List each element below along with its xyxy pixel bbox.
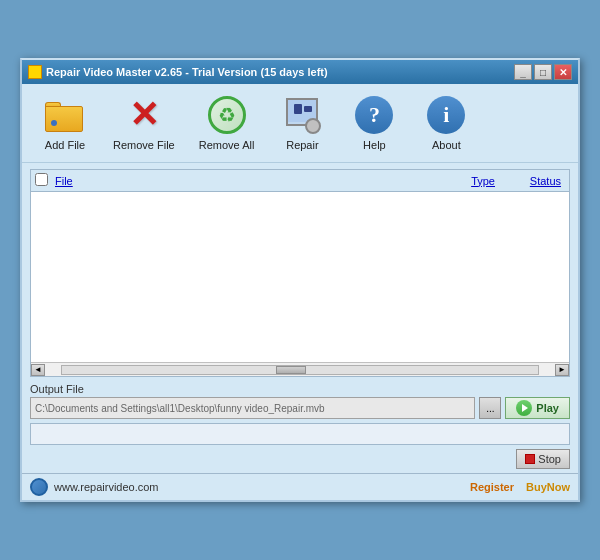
about-icon: i	[426, 95, 466, 135]
toolbar: Add File ✕ Remove File ♻ Remove All	[22, 84, 578, 163]
scrollbar-thumb[interactable]	[276, 366, 306, 374]
status-left: www.repairvideo.com	[30, 478, 159, 496]
help-label: Help	[363, 139, 386, 151]
browse-button[interactable]: ...	[479, 397, 501, 419]
play-triangle	[522, 404, 528, 412]
remove-file-button[interactable]: ✕ Remove File	[102, 90, 186, 156]
horizontal-scrollbar[interactable]: ◄ ►	[31, 362, 569, 376]
play-icon	[516, 400, 532, 416]
svg-rect-2	[304, 106, 312, 112]
remove-all-button[interactable]: ♻ Remove All	[188, 90, 266, 156]
close-button[interactable]: ✕	[554, 64, 572, 80]
scroll-left-arrow[interactable]: ◄	[31, 364, 45, 376]
title-bar: Repair Video Master v2.65 - Trial Versio…	[22, 60, 578, 84]
main-window: Repair Video Master v2.65 - Trial Versio…	[20, 58, 580, 502]
remove-file-label: Remove File	[113, 139, 175, 151]
help-icon: ?	[354, 95, 394, 135]
about-button[interactable]: i About	[411, 90, 481, 156]
add-file-icon	[45, 95, 85, 135]
repair-label: Repair	[286, 139, 318, 151]
file-list-body[interactable]	[31, 192, 569, 362]
play-label: Play	[536, 402, 559, 414]
file-list-container: File Type Status ◄ ►	[30, 169, 570, 377]
repair-button[interactable]: Repair	[267, 90, 337, 156]
output-label: Output File	[30, 383, 570, 395]
status-right: Register BuyNow	[470, 481, 570, 493]
remove-all-icon: ♻	[207, 95, 247, 135]
checkbox-all[interactable]	[35, 173, 48, 186]
svg-rect-1	[294, 104, 302, 114]
output-section: Output File ... Play	[30, 383, 570, 419]
remove-all-label: Remove All	[199, 139, 255, 151]
title-controls: _ □ ✕	[514, 64, 572, 80]
file-table-header: File Type Status	[31, 170, 569, 192]
play-button[interactable]: Play	[505, 397, 570, 419]
window-title: Repair Video Master v2.65 - Trial Versio…	[46, 66, 328, 78]
type-column-header[interactable]: Type	[415, 175, 495, 187]
output-path-input[interactable]	[30, 397, 475, 419]
minimize-button[interactable]: _	[514, 64, 532, 80]
help-button[interactable]: ? Help	[339, 90, 409, 156]
stop-row: Stop	[30, 449, 570, 469]
repair-icon	[282, 95, 322, 135]
stop-label: Stop	[538, 453, 561, 465]
scroll-right-arrow[interactable]: ►	[555, 364, 569, 376]
title-bar-left: Repair Video Master v2.65 - Trial Versio…	[28, 65, 328, 79]
status-bar: www.repairvideo.com Register BuyNow	[22, 473, 578, 500]
buy-now-link[interactable]: BuyNow	[526, 481, 570, 493]
maximize-button[interactable]: □	[534, 64, 552, 80]
progress-bar	[30, 423, 570, 445]
register-link[interactable]: Register	[470, 481, 514, 493]
output-row: ... Play	[30, 397, 570, 419]
website-url[interactable]: www.repairvideo.com	[54, 481, 159, 493]
add-file-label: Add File	[45, 139, 85, 151]
status-column-header[interactable]: Status	[495, 175, 565, 187]
scrollbar-track[interactable]	[61, 365, 539, 375]
select-all-checkbox[interactable]	[35, 173, 55, 188]
about-label: About	[432, 139, 461, 151]
app-icon	[28, 65, 42, 79]
stop-button[interactable]: Stop	[516, 449, 570, 469]
stop-icon	[525, 454, 535, 464]
file-column-header[interactable]: File	[55, 175, 415, 187]
remove-file-icon: ✕	[124, 95, 164, 135]
globe-icon	[30, 478, 48, 496]
add-file-button[interactable]: Add File	[30, 90, 100, 156]
